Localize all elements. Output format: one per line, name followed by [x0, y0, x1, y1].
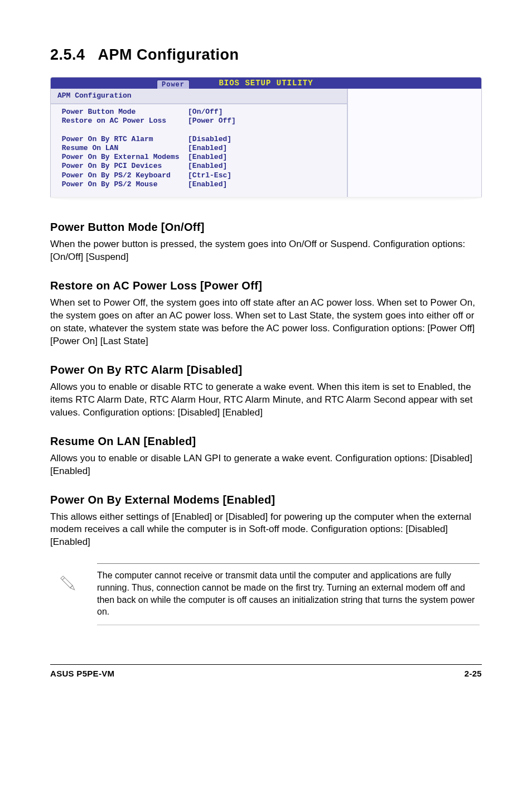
- bios-title-bar: BIOS SETUP UTILITY Power: [51, 78, 481, 89]
- note-text: The computer cannot receive or transmit …: [97, 563, 480, 625]
- svg-marker-1: [70, 586, 76, 591]
- bios-screenshot: BIOS SETUP UTILITY Power APM Configurati…: [50, 77, 482, 205]
- note-block: The computer cannot receive or transmit …: [50, 563, 482, 625]
- heading-power-button-mode: Power Button Mode [On/Off]: [50, 220, 482, 235]
- bios-help-panel: [348, 89, 481, 197]
- section-number: 2.5.4: [50, 46, 85, 63]
- section-heading: 2.5.4 APM Configuration: [50, 45, 482, 65]
- body-rtc-alarm: Allows you to enable or disable RTC to g…: [50, 381, 482, 419]
- page-footer: ASUS P5PE-VM 2-25: [50, 664, 482, 679]
- bios-title-text: BIOS SETUP UTILITY: [219, 79, 313, 88]
- body-power-button-mode: When the power button is pressed, the sy…: [50, 238, 482, 264]
- heading-resume-lan: Resume On LAN [Enabled]: [50, 434, 482, 449]
- heading-restore-ac: Restore on AC Power Loss [Power Off]: [50, 278, 482, 293]
- footer-left: ASUS P5PE-VM: [50, 668, 114, 679]
- pencil-icon: [52, 563, 85, 596]
- bios-settings-list: Power Button Mode [On/Off] Restore on AC…: [51, 104, 347, 197]
- body-external-modems: This allows either settings of [Enabled]…: [50, 511, 482, 549]
- footer-right: 2-25: [465, 668, 482, 679]
- bios-active-tab: Power: [157, 80, 190, 89]
- body-restore-ac: When set to Power Off, the system goes i…: [50, 297, 482, 348]
- svg-line-2: [62, 578, 65, 580]
- section-title: APM Configuration: [98, 46, 239, 63]
- svg-rect-0: [61, 576, 72, 588]
- body-resume-lan: Allows you to enable or disable LAN GPI …: [50, 452, 482, 478]
- bios-page-curl: [50, 197, 482, 205]
- heading-rtc-alarm: Power On By RTC Alarm [Disabled]: [50, 363, 482, 378]
- bios-panel-title: APM Configuration: [51, 89, 347, 104]
- heading-external-modems: Power On By External Modems [Enabled]: [50, 492, 482, 508]
